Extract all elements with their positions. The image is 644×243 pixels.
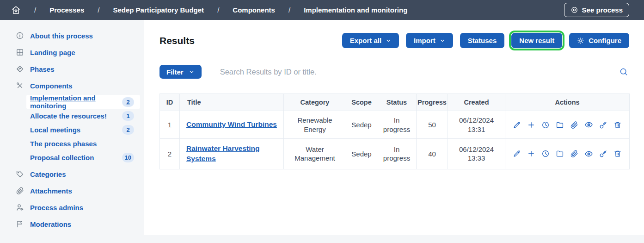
- delete-icon[interactable]: [613, 150, 622, 158]
- result-title-link[interactable]: Community Wind Turbines: [186, 120, 277, 128]
- sidebar-item-label: Attachments: [30, 187, 72, 195]
- breadcrumb-process-name[interactable]: Sedep Participatory Budget: [113, 6, 204, 14]
- edit-icon[interactable]: [513, 150, 521, 158]
- filter-button[interactable]: Filter: [159, 65, 202, 79]
- sidebar-item-label: Components: [30, 82, 73, 90]
- folder-icon[interactable]: [556, 121, 564, 129]
- paperclip-icon: [16, 187, 24, 195]
- configure-label: Configure: [589, 37, 621, 44]
- add-icon[interactable]: [527, 150, 535, 158]
- breadcrumb: / Processes / Sedep Participatory Budget…: [11, 5, 407, 15]
- created-date: 06/12/2024: [452, 145, 501, 154]
- top-navbar: / Processes / Sedep Participatory Budget…: [0, 0, 644, 20]
- result-id: 2: [160, 139, 180, 169]
- footer-strip: [144, 235, 644, 243]
- tools-icon: [16, 81, 24, 90]
- result-id: 1: [160, 111, 180, 139]
- admin-app: / Processes / Sedep Participatory Budget…: [0, 0, 644, 243]
- result-progress: 50: [417, 111, 448, 139]
- row-actions: [509, 120, 626, 129]
- subitem-label: The process phases: [30, 140, 97, 148]
- breadcrumb-separator: /: [288, 6, 290, 14]
- result-scope: Sedep: [346, 139, 377, 169]
- table-header-row: ID Title Category Scope Status Progress …: [160, 94, 630, 111]
- column-header-progress: Progress: [417, 94, 448, 111]
- phases-icon: [16, 65, 24, 73]
- new-result-button[interactable]: New result: [511, 33, 562, 48]
- layout-icon: [16, 48, 24, 56]
- count-badge: 2: [122, 125, 134, 135]
- user-gear-icon: [16, 203, 24, 212]
- table-row: 1 Community Wind Turbines Renewable Ener…: [160, 111, 630, 139]
- chevron-down-icon: [189, 69, 195, 75]
- sidebar-item-landing-page[interactable]: Landing page: [0, 44, 144, 61]
- history-icon[interactable]: [541, 121, 550, 129]
- breadcrumb-components[interactable]: Components: [233, 6, 275, 14]
- column-header-id: ID: [160, 94, 180, 111]
- sidebar-subitem-allocate-the-resources[interactable]: Allocate the resources! 1: [26, 109, 140, 123]
- preview-icon[interactable]: [584, 150, 593, 158]
- result-category: Renewable Energy: [284, 111, 346, 139]
- delete-icon[interactable]: [613, 121, 622, 129]
- flag-icon: [16, 220, 24, 228]
- sidebar-item-about[interactable]: About this process: [0, 27, 144, 44]
- home-link[interactable]: [11, 5, 21, 15]
- result-title-link[interactable]: Rainwater Harvesting Systems: [186, 144, 260, 162]
- search-button[interactable]: [618, 67, 629, 76]
- count-badge: 10: [122, 153, 134, 162]
- history-icon[interactable]: [541, 150, 550, 158]
- statuses-label: Statuses: [468, 37, 497, 44]
- results-toolbar: Export all Import Statuses New result: [342, 33, 629, 48]
- sidebar-subitem-proposal-collection[interactable]: Proposal collection 10: [26, 150, 140, 164]
- components-sub-list: Implementation and monitoring 2 Allocate…: [0, 95, 144, 164]
- see-process-icon: [570, 6, 578, 14]
- results-panel: Results Export all Import Statuses: [144, 20, 644, 235]
- configure-button[interactable]: Configure: [569, 33, 629, 48]
- see-process-button[interactable]: See process: [564, 3, 629, 17]
- result-status: In progress: [377, 139, 417, 169]
- column-header-category: Category: [284, 94, 346, 111]
- sidebar-item-label: Moderations: [30, 220, 71, 228]
- permissions-icon[interactable]: [599, 150, 607, 158]
- sidebar-subitem-the-process-phases[interactable]: The process phases: [26, 137, 140, 150]
- preview-icon[interactable]: [584, 120, 593, 129]
- breadcrumb-separator: /: [34, 6, 36, 14]
- statuses-button[interactable]: Statuses: [460, 33, 505, 48]
- filter-label: Filter: [166, 68, 184, 76]
- sidebar-item-process-admins[interactable]: Process admins: [0, 199, 144, 216]
- see-process-label: See process: [582, 6, 623, 14]
- search-input[interactable]: [220, 68, 618, 76]
- count-badge: 1: [122, 111, 134, 121]
- result-created: 06/12/2024 13:31: [448, 111, 505, 139]
- column-header-status: Status: [377, 94, 417, 111]
- sidebar-item-components[interactable]: Components: [0, 77, 144, 94]
- chevron-down-icon: [440, 38, 445, 44]
- import-label: Import: [414, 37, 435, 44]
- sidebar-subitem-local-meetings[interactable]: Local meetings 2: [26, 123, 140, 137]
- chevron-down-icon: [386, 38, 391, 44]
- subitem-label: Proposal collection: [30, 154, 94, 162]
- sidebar-item-attachments[interactable]: Attachments: [0, 182, 144, 199]
- breadcrumb-processes[interactable]: Processes: [49, 6, 84, 14]
- info-icon: [16, 31, 24, 40]
- count-badge: 2: [122, 97, 134, 107]
- result-status: In progress: [377, 111, 417, 139]
- column-header-actions: Actions: [505, 94, 630, 111]
- sidebar-item-categories[interactable]: Categories: [0, 166, 144, 182]
- edit-icon[interactable]: [513, 121, 521, 129]
- export-all-button[interactable]: Export all: [342, 33, 399, 48]
- sidebar-item-label: Landing page: [30, 49, 75, 56]
- attachment-icon[interactable]: [570, 150, 578, 158]
- import-button[interactable]: Import: [406, 33, 453, 48]
- attachment-icon[interactable]: [570, 121, 578, 129]
- sidebar-subitem-implementation-and-monitoring[interactable]: Implementation and monitoring 2: [26, 95, 140, 109]
- folder-icon[interactable]: [556, 150, 564, 158]
- subitem-label: Allocate the resources!: [30, 112, 107, 120]
- add-icon[interactable]: [527, 121, 535, 129]
- row-actions: [509, 150, 626, 158]
- sidebar-item-moderations[interactable]: Moderations: [0, 216, 144, 232]
- permissions-icon[interactable]: [599, 121, 607, 129]
- sidebar-item-phases[interactable]: Phases: [0, 61, 144, 77]
- breadcrumb-current-component[interactable]: Implementation and monitoring: [304, 6, 407, 14]
- subitem-label: Implementation and monitoring: [30, 94, 122, 110]
